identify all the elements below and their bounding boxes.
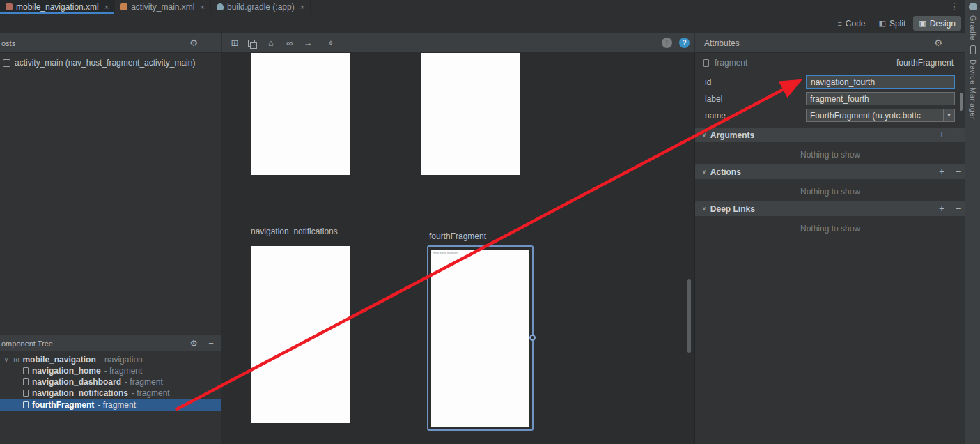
tree-item-navigation-notifications[interactable]: navigation_notifications - fragment (0, 388, 221, 399)
name-dropdown-value: FourthFragment (ru.yotc.bottc (807, 111, 924, 121)
tab-mobile-navigation-xml[interactable]: mobile_navigation.xml × (0, 0, 115, 14)
canvas-vertical-scrollbar[interactable] (687, 279, 691, 353)
new-destination-icon[interactable] (248, 40, 256, 47)
tree-item-type: - fragment (98, 400, 136, 410)
tree-item-mobile-navigation[interactable]: ∨ ⊞ mobile_navigation - navigation (0, 354, 221, 365)
tree-item-fourthfragment[interactable]: fourthFragment - fragment (0, 399, 221, 411)
remove-deep-link-icon[interactable]: − (956, 203, 961, 214)
tree-item-navigation-home[interactable]: navigation_home - fragment (0, 365, 221, 376)
tool-window-device-manager[interactable]: Device Manager (969, 59, 977, 120)
assign-start-home-icon[interactable]: ⌂ (265, 38, 277, 48)
add-deep-link-icon[interactable]: + (939, 203, 944, 214)
chevron-down-icon[interactable]: ∨ (702, 206, 706, 212)
hide-panel-icon[interactable]: − (205, 38, 217, 48)
add-action-icon[interactable]: + (939, 166, 944, 177)
id-input[interactable]: navigation_fourth (806, 75, 955, 89)
fragment-icon (23, 378, 29, 385)
layout-file-icon (3, 59, 10, 67)
mode-split-button[interactable]: ◧ Split (873, 16, 911, 31)
id-input-value: navigation_fourth (811, 77, 875, 87)
mode-label: Design (930, 19, 956, 29)
tab-label: mobile_navigation.xml (16, 2, 99, 12)
remove-argument-icon[interactable]: − (956, 129, 961, 140)
section-header-deep-links[interactable]: ∨ Deep Links + − (695, 201, 965, 216)
fragment-preview-dashboard[interactable] (421, 53, 520, 175)
add-argument-icon[interactable]: + (939, 129, 944, 140)
label-field-label: label (705, 94, 722, 104)
actions-empty-text: Nothing to show (695, 187, 965, 197)
tree-item-name: navigation_dashboard (32, 377, 121, 387)
fragment-preview-fourth[interactable]: Hello blank fragment (431, 250, 529, 427)
component-type-label: fragment (715, 58, 747, 68)
panel-divider (221, 33, 222, 52)
gradle-icon[interactable] (969, 3, 977, 10)
tree-item-name: fourthFragment (32, 400, 94, 410)
tree-item-type: - fragment (132, 388, 170, 398)
tab-build-gradle[interactable]: build.gradle (:app) × (211, 0, 311, 14)
fragment-preview-home[interactable] (251, 53, 350, 175)
name-dropdown[interactable]: FourthFragment (ru.yotc.bottc ▾ (806, 109, 955, 122)
fragment-label-fourth: fourthFragment (429, 231, 486, 241)
attributes-panel-title: Attributes (704, 38, 740, 48)
chevron-down-icon[interactable]: ∨ (4, 357, 10, 363)
remove-action-icon[interactable]: − (956, 166, 961, 177)
add-destination-icon[interactable]: ⊞ (229, 38, 240, 48)
hide-panel-icon[interactable]: − (205, 338, 217, 349)
component-tree-list: ∨ ⊞ mobile_navigation - navigation navig… (0, 354, 221, 411)
panel-divider (694, 33, 695, 52)
tree-item-name: mobile_navigation (22, 355, 95, 365)
tree-item-type: - navigation (100, 355, 143, 365)
code-icon: ≡ (837, 20, 841, 28)
mode-design-button[interactable]: ▣ Design (913, 16, 961, 31)
chevron-down-icon[interactable]: ∨ (702, 169, 706, 175)
section-label: Actions (710, 167, 741, 177)
gear-icon[interactable]: ⚙ (933, 38, 944, 48)
action-arrow-icon[interactable]: → (302, 38, 313, 48)
device-manager-icon[interactable] (970, 45, 976, 54)
hide-panel-icon[interactable]: − (951, 38, 963, 48)
tab-activity-main-xml[interactable]: activity_main.xml × (115, 0, 211, 14)
mode-code-button[interactable]: ≡ Code (832, 16, 871, 31)
id-field-label: id (705, 77, 711, 87)
overflow-menu-icon[interactable]: ⋮ (949, 1, 959, 12)
tree-item-name: navigation_home (32, 366, 101, 376)
deep-link-icon[interactable]: ∞ (284, 38, 295, 48)
close-icon[interactable]: × (300, 3, 304, 11)
attributes-scrollbar[interactable] (960, 93, 963, 111)
fragment-preview-text: Hello blank fragment (431, 250, 529, 254)
component-name-label: fourthFragment (896, 58, 954, 68)
component-tree-title: omponent Tree (1, 339, 53, 348)
label-input[interactable]: fragment_fourth (806, 92, 955, 105)
auto-arrange-icon[interactable]: ⌖ (325, 38, 336, 49)
mode-label: Split (889, 19, 905, 29)
gear-icon[interactable]: ⚙ (188, 338, 199, 349)
fragment-icon (23, 390, 29, 397)
host-item-label: activity_main (nav_host_fragment_activit… (15, 58, 195, 68)
warning-indicator-icon[interactable]: ! (662, 38, 672, 48)
gear-icon[interactable]: ⚙ (188, 38, 199, 48)
chevron-down-icon[interactable]: ∨ (702, 132, 706, 138)
chevron-down-icon[interactable]: ▾ (943, 109, 954, 121)
action-connection-handle[interactable] (529, 335, 536, 341)
close-icon[interactable]: × (104, 3, 109, 11)
selected-fragment-frame[interactable]: Hello blank fragment (427, 245, 534, 431)
tree-item-type: - fragment (125, 377, 163, 387)
tab-label: build.gradle (:app) (227, 2, 295, 12)
fragment-label-notifications: navigation_notifications (251, 227, 338, 236)
tree-item-navigation-dashboard[interactable]: navigation_dashboard - fragment (0, 376, 221, 388)
tree-item-name: navigation_notifications (32, 388, 128, 398)
section-header-arguments[interactable]: ∨ Arguments + − (695, 128, 965, 142)
section-header-actions[interactable]: ∨ Actions + − (695, 164, 965, 179)
help-icon[interactable]: ? (679, 38, 690, 48)
name-field-label: name (705, 111, 726, 121)
fragment-icon (703, 59, 709, 67)
fragment-icon (23, 401, 29, 408)
split-icon: ◧ (878, 19, 885, 28)
hosts-panel: activity_main (nav_host_fragment_activit… (0, 53, 221, 335)
fragment-preview-notifications[interactable] (251, 246, 350, 423)
close-icon[interactable]: × (201, 3, 205, 11)
tool-window-gradle[interactable]: Gradle (969, 15, 977, 40)
xml-file-icon (120, 3, 127, 10)
host-item-activity-main[interactable]: activity_main (nav_host_fragment_activit… (0, 53, 221, 72)
navigation-canvas[interactable]: navigation_notifications fourthFragment … (221, 53, 694, 444)
